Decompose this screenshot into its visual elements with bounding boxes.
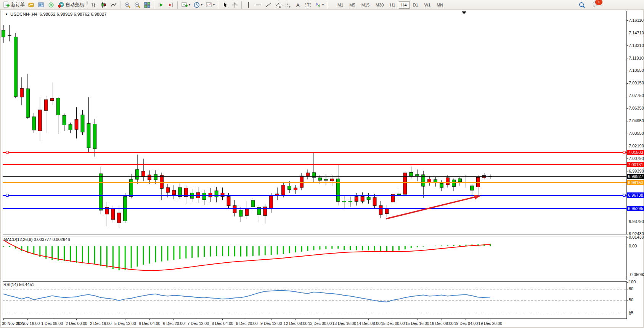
date-tick: 13 Dec 00:00 [308, 321, 332, 326]
price-tick: 6.93790 [629, 219, 644, 224]
date-tick: 19 Dec 04:00 [454, 321, 478, 326]
dropdown-caret-icon: ▾ [213, 3, 215, 6]
date-tick: 7 Dec 12:00 [187, 321, 209, 326]
auto-scroll-icon [157, 2, 164, 8]
date-tick: 8 Dec 04:00 [212, 321, 233, 326]
svg-text:A: A [296, 2, 300, 8]
line-chart-icon [110, 2, 117, 8]
timeframe-button-M1[interactable]: M1 [335, 1, 346, 9]
timeframe-button-H4[interactable]: H4 [399, 1, 410, 9]
crosshair-icon [231, 2, 238, 8]
date-tick: 2 Dec 16:00 [90, 321, 112, 326]
toolbar-right-icons: 1 [577, 1, 600, 9]
toolbar: 新订单 自动交易 ▾ ▾ ▾ E F A T ▾ M1M5M15M30H1H4D… [0, 0, 644, 10]
shapes-button[interactable]: ▾ [313, 1, 325, 9]
auto-scroll-button[interactable] [156, 1, 165, 9]
periods-button[interactable]: ▾ [192, 1, 204, 9]
date-tick: 15 Dec 16:00 [405, 321, 429, 326]
signals-button[interactable] [47, 1, 56, 9]
date-tick: 6 Dec 20:00 [163, 321, 185, 326]
price-badge: 6.98150 [627, 180, 644, 185]
rsi-tick: 80 [629, 286, 633, 291]
price-tick: 7.03550 [629, 131, 644, 136]
date-tick: 14 Dec 08:00 [357, 321, 380, 326]
label-icon: T [305, 2, 312, 8]
vertical-line-button[interactable] [244, 1, 253, 9]
text-button[interactable]: A [294, 1, 303, 9]
toolbar-separator [241, 1, 242, 9]
fibonacci-icon: F [285, 2, 292, 8]
svg-text:E: E [279, 5, 281, 8]
profiles-button[interactable] [37, 1, 46, 9]
channel-button[interactable]: E [274, 1, 283, 9]
timeframe-button-M15[interactable]: M15 [359, 1, 372, 9]
bar-chart-button[interactable] [89, 1, 98, 9]
cursor-button[interactable] [220, 1, 230, 9]
date-tick: 16 Dec 08:00 [430, 321, 453, 326]
bar-chart-icon [90, 2, 97, 8]
macd-tick: 0.00 [629, 244, 637, 248]
label-button[interactable]: T [304, 1, 313, 9]
toolbar-separator [327, 1, 328, 9]
rsi-tick: 100 [629, 280, 636, 284]
price-tick: 7.11910 [629, 56, 644, 60]
text-icon: A [295, 2, 302, 8]
crosshair-button[interactable] [230, 1, 239, 9]
price-tick: 7.00790 [629, 156, 644, 161]
date-tick: 5 Dec 12:00 [114, 321, 136, 326]
chart-ohlc-quotes: 6.98852 6.98919 6.98762 6.98827 [40, 12, 107, 16]
candlestick-chart-button[interactable] [99, 1, 108, 9]
price-axis[interactable]: 7.161107.147107.133107.119107.105507.091… [625, 10, 644, 328]
indicators-button[interactable]: ▾ [180, 1, 191, 9]
timeframe-button-W1[interactable]: W1 [422, 1, 434, 9]
timeframe-button-M5[interactable]: M5 [347, 1, 358, 9]
new-order-button[interactable]: 新订单 [2, 1, 26, 9]
timeframe-button-D1[interactable]: D1 [410, 1, 421, 9]
tile-windows-button[interactable] [143, 1, 152, 9]
new-order-label: 新订单 [11, 2, 25, 8]
price-tick: 7.04950 [629, 118, 644, 123]
chart-shift-button[interactable] [166, 1, 175, 9]
horizontal-line-button[interactable] [254, 1, 263, 9]
svg-text:F: F [289, 6, 291, 8]
date-tick: 19 Dec 20:00 [479, 321, 502, 326]
date-axis[interactable]: 30 Nov 202230 Nov 16:001 Dec 08:002 Dec … [1, 318, 644, 327]
line-chart-button[interactable] [109, 1, 118, 9]
zoom-out-button[interactable] [133, 1, 142, 9]
chart-canvas[interactable] [1, 10, 644, 327]
horizontal-line-icon [255, 2, 262, 8]
date-tick: 2 Dec 00:00 [66, 321, 87, 326]
timeframe-button-M30[interactable]: M30 [373, 1, 386, 9]
rsi-value: 56.4451 [19, 282, 34, 287]
timeframe-button-H1[interactable]: H1 [387, 1, 398, 9]
trendline-button[interactable] [264, 1, 273, 9]
price-badge: 7.00131 [627, 162, 644, 167]
price-tick: 7.02190 [629, 144, 644, 148]
date-tick: 8 Dec 20:00 [236, 321, 258, 326]
templates-button[interactable]: ▾ [204, 1, 216, 9]
zoom-in-button[interactable] [123, 1, 132, 9]
macd-tick: -0.050937 [629, 272, 644, 277]
auto-trading-label: 自动交易 [66, 2, 84, 8]
chart-symbol-period: USDCNH-,H4 [10, 12, 37, 16]
notifications-button[interactable]: 1 [592, 1, 600, 9]
auto-trading-button[interactable]: 自动交易 [56, 1, 85, 9]
rsi-indicator-label: RSI(14) 56.4451 [3, 282, 34, 287]
svg-text:T: T [307, 3, 310, 7]
chart-window: ▼ USDCNH-,H4 6.98852 6.98919 6.98762 6.9… [1, 10, 643, 327]
new-chart-icon [28, 2, 35, 8]
toolbar-separator [120, 1, 121, 9]
new-chart-button[interactable] [27, 1, 36, 9]
search-icon [578, 2, 585, 8]
macd-indicator-label: MACD(12,26,9) 0.003777 0.002646 [3, 237, 70, 242]
chart-title[interactable]: ▼ USDCNH-,H4 6.98852 6.98919 6.98762 6.9… [5, 12, 107, 16]
notification-badge: 1 [595, 0, 602, 5]
price-tick: 7.09150 [629, 81, 644, 85]
date-tick: 15 Dec 00:00 [381, 321, 405, 326]
periods-icon [193, 2, 200, 8]
timeframe-button-MN[interactable]: MN [434, 1, 446, 9]
indicators-icon [181, 2, 188, 8]
fibonacci-button[interactable]: F [284, 1, 293, 9]
search-button[interactable] [577, 1, 586, 9]
dropdown-caret-icon: ▾ [189, 3, 190, 6]
